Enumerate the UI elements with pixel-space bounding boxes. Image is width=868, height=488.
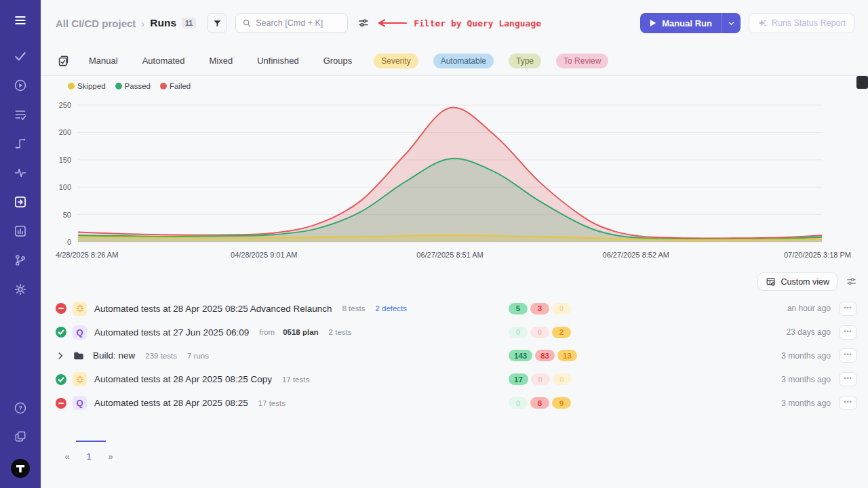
run-meta: 239 tests: [145, 352, 177, 360]
menu-icon[interactable]: [14, 14, 27, 27]
runs-icon[interactable]: [14, 195, 27, 209]
table-row[interactable]: Build: new239 tests7 runs14383133 months…: [41, 344, 868, 368]
sparkles-icon: [757, 18, 767, 28]
chart-section: SkippedPassedFailed 0501001502002504/28/…: [41, 76, 868, 266]
run-title[interactable]: Automated tests at 28 Apr 2025 08:25 Cop…: [94, 374, 272, 384]
app-q-icon: Q: [73, 325, 87, 340]
row-main: Automated tests at 28 Apr 2025 08:25 Adv…: [56, 302, 509, 316]
failed-status-icon: [56, 303, 66, 314]
skipped-count-pill: 9: [552, 397, 571, 409]
manual-run-dropdown-button[interactable]: [722, 13, 741, 33]
settings-gear-icon[interactable]: [14, 283, 27, 296]
table-row[interactable]: QAutomated tests at 27 Jun 2025 06:09fro…: [41, 321, 868, 344]
branch-icon[interactable]: [14, 253, 27, 267]
defects-link[interactable]: 2 defects: [375, 304, 407, 312]
row-actions-button[interactable]: •••: [839, 396, 857, 410]
filter-pill-to-review[interactable]: To Review: [556, 54, 608, 68]
search-box[interactable]: [235, 13, 348, 33]
run-title[interactable]: Automated tests at 27 Jun 2025 06:09: [94, 327, 249, 338]
row-main: Automated tests at 28 Apr 2025 08:25 Cop…: [56, 372, 509, 386]
row-main: QAutomated tests at 27 Jun 2025 06:09fro…: [56, 325, 509, 340]
test-list-icon[interactable]: [14, 108, 27, 121]
manual-run-split-button: Manual Run: [640, 13, 741, 33]
projects-icon[interactable]: [14, 430, 27, 443]
failed-count-pill: 8: [530, 397, 549, 409]
filter-pill-type[interactable]: Type: [509, 54, 541, 68]
table-row[interactable]: Automated tests at 28 Apr 2025 08:25 Adv…: [41, 297, 868, 321]
annotation-arrow-icon: [375, 18, 408, 28]
query-language-filter-icon[interactable]: [357, 17, 370, 29]
check-icon[interactable]: [14, 49, 27, 63]
runs-status-report-label: Runs Status Report: [772, 18, 846, 28]
run-timestamp: 3 months ago: [781, 375, 831, 384]
pagination-first[interactable]: «: [57, 441, 77, 469]
main-content: All CI/CD project › Runs 11: [41, 0, 868, 488]
run-title[interactable]: Automated tests at 28 Apr 2025 08:25 Adv…: [94, 304, 332, 314]
manual-run-button[interactable]: Manual Run: [640, 13, 722, 33]
run-title[interactable]: Automated tests at 28 Apr 2025 08:25: [94, 398, 248, 408]
table-row[interactable]: QAutomated tests at 28 Apr 2025 08:2517 …: [41, 391, 868, 415]
row-actions-button[interactable]: •••: [839, 302, 857, 316]
breadcrumb-project[interactable]: All CI/CD project: [56, 18, 136, 29]
tab-automated[interactable]: Automated: [142, 56, 185, 66]
result-count-pills: 1438313: [509, 350, 610, 361]
row-actions-button[interactable]: •••: [839, 325, 857, 340]
view-settings-icon[interactable]: [846, 276, 857, 287]
result-count-pills: 089: [509, 397, 610, 409]
svg-text:4/28/2025 8:26 AM: 4/28/2025 8:26 AM: [56, 251, 118, 259]
help-icon[interactable]: ?: [14, 401, 27, 415]
filter-pill-automatable[interactable]: Automatable: [433, 54, 494, 68]
runs-status-report-button[interactable]: Runs Status Report: [749, 13, 854, 33]
row-actions-button[interactable]: •••: [839, 372, 857, 386]
run-timestamp: 3 months ago: [781, 399, 831, 408]
tab-mixed[interactable]: Mixed: [210, 56, 233, 66]
run-timestamp: 3 months ago: [781, 351, 831, 361]
custom-view-label: Custom view: [781, 277, 829, 287]
pagination-last[interactable]: »: [100, 441, 121, 469]
tab-unfinished[interactable]: Unfinished: [257, 56, 298, 66]
activity-icon[interactable]: [14, 166, 27, 180]
runs-trend-chart: 0501001502002504/28/2025 8:26 AM04/28/20…: [41, 76, 868, 266]
run-title[interactable]: Build: new: [93, 350, 135, 361]
tabs-bar: ManualAutomatedMixedUnfinishedGroups Sev…: [41, 46, 868, 76]
svg-text:150: 150: [59, 156, 71, 164]
table-row[interactable]: Automated tests at 28 Apr 2025 08:25 Cop…: [41, 367, 868, 391]
tab-manual[interactable]: Manual: [89, 56, 118, 66]
expand-chevron-icon[interactable]: [56, 351, 65, 361]
passed-count-pill: 0: [509, 327, 528, 338]
svg-text:04/28/2025 9:01 AM: 04/28/2025 9:01 AM: [231, 251, 297, 259]
search-icon: [242, 18, 252, 28]
search-input[interactable]: [256, 18, 340, 28]
run-meta: 7 runs: [187, 352, 209, 360]
failed-count-pill: 0: [531, 373, 550, 385]
pagination-page-1[interactable]: 1: [77, 441, 100, 469]
passed-count-pill: 143: [509, 350, 532, 361]
result-count-pills: 1700: [509, 373, 610, 385]
row-actions-button[interactable]: •••: [839, 348, 857, 363]
runs-table-section: Custom view Automated tests at 28 Apr 20…: [41, 266, 868, 488]
clipboard-check-icon: [57, 54, 70, 67]
svg-text:07/20/2025 3:18 PM: 07/20/2025 3:18 PM: [784, 251, 851, 259]
sidebar-bottom-icons: ?: [0, 401, 41, 488]
active-page-indicator: [76, 441, 106, 442]
svg-text:?: ?: [18, 405, 22, 411]
filter-button[interactable]: [207, 13, 227, 33]
flow-icon[interactable]: [14, 137, 27, 150]
play-circle-icon[interactable]: [14, 79, 27, 92]
logo-t[interactable]: [10, 458, 31, 479]
scrollbar-thumb[interactable]: [856, 76, 868, 89]
analytics-icon[interactable]: [14, 224, 27, 238]
svg-text:50: 50: [63, 211, 71, 219]
passed-count-pill: 17: [509, 373, 528, 385]
custom-view-button[interactable]: Custom view: [757, 272, 837, 291]
run-meta: 8 tests: [342, 304, 366, 312]
breadcrumb-separator-icon: ›: [141, 18, 144, 29]
row-main: Build: new239 tests7 runs: [56, 348, 509, 363]
runs-list: Automated tests at 28 Apr 2025 08:25 Adv…: [41, 297, 868, 415]
filter-pill-severity[interactable]: Severity: [374, 54, 418, 68]
automation-sparkle-icon: [73, 372, 87, 386]
run-meta: 0518 plan: [283, 328, 318, 336]
tab-groups[interactable]: Groups: [323, 56, 353, 66]
folder-icon: [71, 348, 85, 363]
pagination: « 1 »: [41, 441, 868, 469]
